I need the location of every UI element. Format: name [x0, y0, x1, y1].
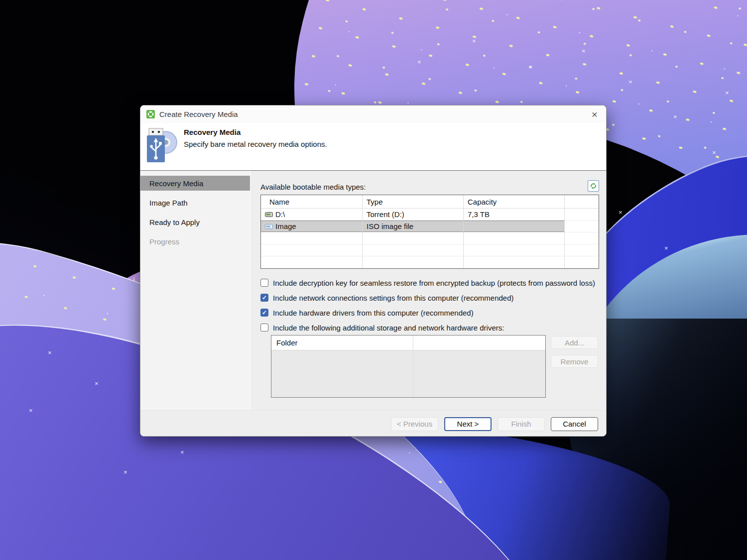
hard-drive-icon: [265, 212, 273, 217]
table-row-empty[interactable]: [261, 256, 599, 268]
checkbox-additional-drivers[interactable]: [260, 324, 268, 332]
cell-blank: [565, 209, 599, 221]
option-decryption-key[interactable]: Include decryption key for seamless rest…: [260, 275, 599, 290]
checkbox-network-settings[interactable]: ✓: [260, 294, 268, 302]
wizard-header: Recovery Media Specify bare metal recove…: [140, 123, 606, 171]
checkbox-label: Include network connections settings fro…: [273, 294, 514, 302]
folder-table-header: Folder: [271, 336, 545, 350]
sparkle-mark: ×: [48, 349, 52, 356]
bootable-media-table[interactable]: Name Type Capacity D:\ To: [260, 195, 599, 269]
sidebar-item-progress: Progress: [140, 234, 250, 249]
table-row-drive-d[interactable]: D:\ Torrent (D:) 7,3 TB: [261, 209, 599, 221]
checkbox-label: Include hardware drivers from this compu…: [273, 309, 474, 317]
cell-capacity: [464, 221, 565, 232]
available-media-row: Available bootable media types:: [260, 182, 599, 192]
sparkle-mark: ×: [664, 245, 668, 251]
wizard-body: Recovery Media Image Path Ready to Apply…: [140, 171, 606, 410]
table-row-iso-image[interactable]: Image ISO image file: [261, 221, 599, 232]
table-row-empty[interactable]: [261, 232, 599, 244]
sidebar-item-image-path[interactable]: Image Path: [140, 195, 250, 210]
refresh-icon[interactable]: [588, 180, 599, 192]
cancel-button[interactable]: Cancel: [551, 417, 598, 431]
next-button[interactable]: Next >: [444, 417, 492, 431]
create-recovery-media-window: Create Recovery Media ×: [140, 105, 607, 437]
finish-button[interactable]: Finish: [498, 417, 545, 431]
available-media-label: Available bootable media types:: [260, 183, 366, 191]
app-icon: [146, 110, 155, 118]
sparkle-mark: ×: [673, 113, 677, 120]
sparkle-mark: ×: [529, 64, 533, 70]
sidebar-item-ready-to-apply[interactable]: Ready to Apply: [140, 215, 250, 229]
desktop-wallpaper: × × × × × × × × × × × × × × × Create Rec…: [0, 0, 747, 560]
table-row-empty[interactable]: [261, 244, 599, 256]
checkbox-label: Include decryption key for seamless rest…: [273, 279, 595, 287]
table-header-row: Name Type Capacity: [261, 195, 599, 209]
sparkle-mark: ×: [417, 59, 421, 65]
sparkle-mark: ×: [95, 380, 99, 387]
column-header-type[interactable]: Type: [363, 195, 464, 209]
usb-disc-icon: [145, 126, 177, 166]
column-header-folder: Folder: [271, 336, 413, 350]
wizard-steps-sidebar: Recovery Media Image Path Ready to Apply…: [140, 171, 250, 410]
checkbox-decryption-key[interactable]: [260, 279, 268, 287]
page-subtitle: Specify bare metal recovery media option…: [184, 140, 327, 148]
sparkle-mark: ×: [472, 38, 476, 44]
page-title: Recovery Media: [184, 128, 241, 136]
sparkle-mark: ×: [725, 90, 729, 96]
additional-drivers-section: Folder Add... Remove: [260, 335, 599, 398]
option-additional-drivers[interactable]: Include the following additional storage…: [260, 320, 599, 335]
cell-type: Torrent (D:): [363, 209, 464, 221]
sparkle-mark: ×: [29, 407, 33, 414]
image-drive-icon: [265, 224, 273, 229]
cell-blank: [565, 221, 599, 232]
option-network-settings[interactable]: ✓ Include network connections settings f…: [260, 290, 599, 305]
sparkle-mark: ×: [124, 469, 127, 475]
option-hardware-drivers[interactable]: ✓ Include hardware drivers from this com…: [260, 305, 599, 320]
column-header-name[interactable]: Name: [261, 195, 363, 209]
sidebar-item-recovery-media[interactable]: Recovery Media: [140, 176, 250, 191]
previous-button[interactable]: < Previous: [391, 417, 438, 431]
checkbox-hardware-drivers[interactable]: ✓: [260, 309, 268, 317]
cell-type: ISO image file: [363, 221, 464, 232]
folder-table-body: [271, 350, 545, 397]
checkbox-label: Include the following additional storage…: [273, 324, 504, 332]
sparkle-mark: ×: [619, 209, 622, 216]
wizard-footer: < Previous Next > Finish Cancel: [140, 410, 606, 437]
options-group: Include decryption key for seamless rest…: [260, 275, 599, 335]
window-title: Create Recovery Media: [159, 110, 238, 118]
column-header-blank: [565, 195, 599, 209]
sparkle-mark: ×: [582, 48, 586, 54]
title-bar: Create Recovery Media ×: [140, 106, 606, 123]
column-header-capacity[interactable]: Capacity: [464, 195, 565, 209]
sparkle-mark: ×: [628, 79, 632, 85]
add-button[interactable]: Add...: [551, 336, 598, 349]
cell-name: Image: [275, 222, 296, 230]
driver-buttons: Add... Remove: [551, 335, 598, 368]
driver-folders-table[interactable]: Folder: [271, 335, 546, 398]
cell-capacity: 7,3 TB: [464, 209, 565, 221]
sparkle-mark: ×: [180, 449, 184, 455]
remove-button[interactable]: Remove: [551, 355, 598, 368]
sparkle-mark: ×: [712, 149, 716, 156]
close-icon[interactable]: ×: [587, 108, 602, 121]
wizard-content: Available bootable media types: Name T: [250, 171, 606, 410]
cell-name: D:\: [275, 210, 285, 219]
